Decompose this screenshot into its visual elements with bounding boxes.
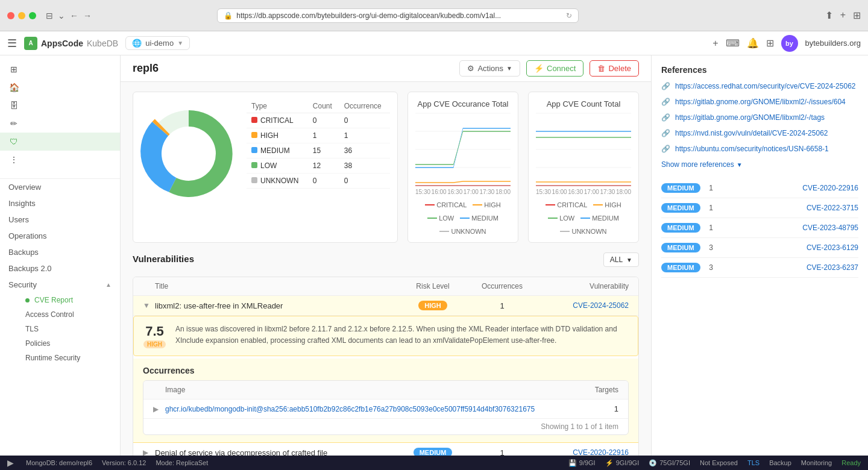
play-icon[interactable]: ▶: [7, 458, 14, 468]
vuln-count: 1: [705, 204, 717, 212]
right-vuln-item[interactable]: MEDIUM 1 CVE-2023-48795: [661, 218, 858, 238]
sidebar-subitem-runtime-security[interactable]: Runtime Security: [17, 351, 120, 365]
cve-count-cell: 0: [308, 174, 339, 189]
terminal-icon[interactable]: ⌨: [726, 37, 740, 49]
sidebar-subitem-tls[interactable]: TLS: [17, 322, 120, 336]
filter-select[interactable]: ALL ▼: [603, 252, 639, 267]
medium-badge: MEDIUM: [661, 203, 700, 213]
sidebar-item-more[interactable]: ⋮: [0, 151, 120, 169]
sidebar-item-overview[interactable]: Overview: [0, 179, 120, 195]
sidebar-item-operations[interactable]: Operations: [0, 228, 120, 244]
cve-occurrence-cell: 0: [339, 113, 390, 128]
workspace-icon: 🌐: [132, 39, 142, 48]
type-header: Type: [247, 99, 308, 113]
chart2-title: App CVE Count Total: [536, 99, 631, 108]
brand-name: AppsCode: [41, 39, 83, 48]
app-header: ☰ A AppsCode KubeDB 🌐 ui-demo ▼ + ⌨ 🔔 ⊞ …: [0, 31, 868, 55]
sidebar-item-insights[interactable]: Insights: [0, 195, 120, 212]
medium-badge: MEDIUM: [661, 223, 700, 233]
ref-link-1[interactable]: 🔗 https://access.redhat.com/security/cve…: [661, 82, 858, 90]
risk-col-header: Risk Level: [394, 282, 472, 290]
chart1-area: 15:3016:0016:3017:0017:3018:00: [415, 113, 511, 198]
expand-icon: ▼: [143, 301, 155, 310]
chevron-down-icon[interactable]: ⌄: [58, 11, 65, 20]
content-with-panel: repl6 ⚙ Actions ▼ ⚡ Connect 🗑 Delete: [121, 55, 868, 470]
active-dot: [25, 298, 30, 302]
right-vuln-item[interactable]: MEDIUM 3 CVE-2023-6237: [661, 258, 858, 278]
bell-icon[interactable]: 🔔: [747, 37, 759, 49]
link-icon: 🔗: [661, 129, 670, 137]
cve-type-cell: MEDIUM: [247, 143, 308, 158]
right-vuln-item[interactable]: MEDIUM 1 CVE-2022-3715: [661, 198, 858, 218]
table-row[interactable]: ▼ libxml2: use-after-free in XMLReader H…: [133, 296, 638, 316]
sidebar-subitem-cve-report[interactable]: CVE Report: [17, 293, 120, 307]
hamburger-menu[interactable]: ☰: [7, 37, 17, 50]
pie-chart: [140, 105, 237, 202]
minimize-button[interactable]: [18, 12, 25, 19]
vuln-link[interactable]: CVE-2024-25062: [532, 301, 629, 310]
right-vuln-link[interactable]: CVE-2023-6237: [722, 263, 858, 272]
occurrences-panel: Occurrences Image Targets ▶ ghcr.io/kube…: [133, 359, 638, 443]
forward-icon[interactable]: →: [83, 11, 92, 20]
grid-icon[interactable]: ⊞: [766, 37, 774, 49]
sidebar-item-home[interactable]: 🏠: [0, 78, 120, 96]
status-disk: 💿 75GI/75GI: [649, 459, 690, 467]
sidebar-item-db[interactable]: 🗄: [0, 96, 120, 114]
sidebar-item-backups[interactable]: Backups: [0, 244, 120, 260]
pie-svg: [140, 105, 237, 202]
connect-button[interactable]: ⚡ Connect: [526, 60, 583, 77]
actions-button[interactable]: ⚙ Actions ▼: [459, 60, 520, 77]
workspace-selector[interactable]: 🌐 ui-demo ▼: [125, 36, 190, 50]
tls-label: TLS: [25, 325, 39, 333]
image-link[interactable]: ghcr.io/kubedb/mongodb-init@sha256:aebb5…: [165, 405, 558, 413]
new-tab-icon[interactable]: +: [840, 10, 846, 21]
right-vuln-link[interactable]: CVE-2023-6129: [722, 243, 858, 252]
sidebar-subitem-access-control[interactable]: Access Control: [17, 307, 120, 322]
tabs-icon[interactable]: ⊞: [853, 10, 861, 21]
sidebar-item-backups2[interactable]: Backups 2.0: [0, 260, 120, 277]
occurrences-cell: 1: [472, 301, 532, 310]
sidebar-item-edit[interactable]: ✏: [0, 114, 120, 133]
ref-link-3[interactable]: 🔗 https://gitlab.gnome.org/GNOME/libxml2…: [661, 113, 858, 122]
ref-link-4[interactable]: 🔗 https://nvd.nist.gov/vuln/detail/CVE-2…: [661, 129, 858, 137]
occur-col-header: Occurrences: [472, 282, 532, 290]
close-button[interactable]: [7, 12, 14, 19]
ref-link-5[interactable]: 🔗 https://ubuntu.com/security/notices/US…: [661, 145, 858, 153]
ref-link-2[interactable]: 🔗 https://gitlab.gnome.org/GNOME/libxml2…: [661, 98, 858, 106]
sidebar-item-users[interactable]: Users: [0, 212, 120, 228]
filter-row: ALL ▼: [603, 252, 639, 267]
delete-button[interactable]: 🗑 Delete: [590, 60, 639, 77]
sidebar-toggle-icon[interactable]: ⊟: [46, 11, 53, 20]
status-version: Version: 6.0.12: [102, 459, 146, 466]
right-vuln-link[interactable]: CVE-2022-3715: [722, 204, 858, 212]
home-icon: 🏠: [8, 82, 19, 93]
image-col-header: Image: [165, 386, 558, 394]
share-icon[interactable]: ⬆: [825, 10, 833, 21]
sidebar-top-section: ⊞ 🏠 🗄 ✏ 🛡 ⋮: [0, 55, 120, 174]
status-storage: 💾 9/9GI: [568, 459, 596, 467]
sidebar-item-security[interactable]: 🛡: [0, 133, 120, 151]
right-vuln-link[interactable]: CVE-2020-22916: [722, 184, 858, 192]
right-vuln-item[interactable]: MEDIUM 1 CVE-2020-22916: [661, 178, 858, 198]
maximize-button[interactable]: [29, 12, 36, 19]
browser-actions: ⬆ + ⊞: [825, 10, 861, 21]
cve-type-cell: HIGH: [247, 128, 308, 143]
sidebar-item-security-header[interactable]: Security ▲: [0, 277, 120, 293]
back-icon[interactable]: ←: [70, 11, 78, 20]
occ-table-row[interactable]: ▶ ghcr.io/kubedb/mongodb-init@sha256:aeb…: [143, 400, 628, 419]
refresh-icon[interactable]: ↻: [566, 11, 572, 20]
right-vuln-link[interactable]: CVE-2023-48795: [722, 224, 858, 232]
chart1-title: App CVE Occurance Total: [415, 99, 511, 108]
right-vuln-item[interactable]: MEDIUM 3 CVE-2023-6129: [661, 238, 858, 258]
plus-icon[interactable]: +: [712, 38, 718, 49]
status-bar: ▶ MongoDB: demo/repl6 Version: 6.0.12 Mo…: [0, 456, 868, 470]
insights-label: Insights: [8, 199, 36, 208]
page-actions: ⚙ Actions ▼ ⚡ Connect 🗑 Delete: [459, 60, 639, 77]
sidebar-item-dashboard[interactable]: ⊞: [0, 60, 120, 78]
address-bar[interactable]: 🔒 https://db.appscode.com/bytebuilders-o…: [217, 8, 579, 23]
link-icon: 🔗: [661, 98, 670, 106]
avatar[interactable]: by: [781, 35, 798, 52]
sidebar-subitem-policies[interactable]: Policies: [17, 336, 120, 351]
show-more-references[interactable]: Show more references ▼: [661, 160, 858, 169]
count-header: Count: [308, 99, 339, 113]
